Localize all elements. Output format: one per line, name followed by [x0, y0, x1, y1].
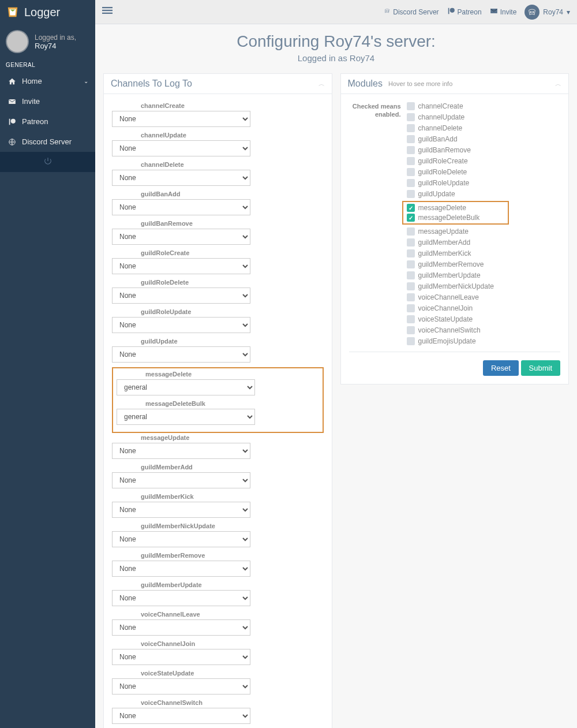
module-item-guildMemberNickUpdate[interactable]: guildMemberNickUpdate — [407, 282, 561, 290]
module-item-channelUpdate[interactable]: channelUpdate — [407, 113, 561, 121]
channel-select-guildMemberUpdate[interactable]: None — [112, 590, 250, 606]
channel-row-guildBanAdd: guildBanAddNone — [112, 191, 324, 215]
checkbox-icon[interactable] — [407, 249, 415, 257]
topbar-link-discord-server[interactable]: Discord Server — [384, 8, 439, 16]
checkbox-icon[interactable] — [407, 227, 415, 236]
checkbox-icon[interactable] — [407, 282, 415, 290]
sidebar-item-discord-server[interactable]: Discord Server — [0, 132, 95, 152]
channel-select-guildMemberNickUpdate[interactable]: None — [112, 531, 250, 547]
sidebar-item-invite[interactable]: Invite — [0, 91, 95, 111]
module-item-messageUpdate[interactable]: messageUpdate — [407, 227, 561, 236]
svg-rect-0 — [9, 99, 16, 103]
module-item-guildRoleCreate[interactable]: guildRoleCreate — [407, 157, 561, 165]
module-item-guildRoleUpdate[interactable]: guildRoleUpdate — [407, 179, 561, 187]
svg-rect-9 — [448, 8, 449, 14]
envelope-icon — [7, 98, 17, 106]
channel-label: guildRoleDelete — [112, 279, 324, 286]
channel-select-channelCreate[interactable]: None — [112, 111, 250, 127]
module-item-guildMemberRemove[interactable]: guildMemberRemove — [407, 260, 561, 268]
topbar-link-patreon[interactable]: Patreon — [447, 7, 482, 17]
channel-select-messageDelete[interactable]: general — [117, 379, 255, 395]
avatar — [6, 30, 29, 53]
channel-label: voiceChannelJoin — [112, 640, 324, 647]
module-label: voiceStateUpdate — [418, 315, 473, 323]
module-item-voiceStateUpdate[interactable]: voiceStateUpdate — [407, 315, 561, 323]
module-label: guildBanRemove — [418, 146, 471, 154]
main: Discord ServerPatreonInvite Roy74 ▾ Conf… — [95, 0, 577, 728]
module-item-guildMemberKick[interactable]: guildMemberKick — [407, 249, 561, 257]
checkbox-icon[interactable] — [407, 179, 415, 187]
sidebar-item-patreon[interactable]: Patreon — [0, 111, 95, 132]
checkbox-icon[interactable] — [407, 304, 415, 312]
channel-select-channelDelete[interactable]: None — [112, 170, 250, 186]
channel-select-guildRoleUpdate[interactable]: None — [112, 317, 250, 333]
checkbox-icon[interactable] — [407, 260, 415, 268]
checkbox-icon[interactable] — [407, 238, 415, 247]
channel-select-guildRoleDelete[interactable]: None — [112, 288, 250, 304]
modules-panel: Modules Hover to see more info ︿ Checked… — [340, 73, 569, 384]
module-item-guildUpdate[interactable]: guildUpdate — [407, 190, 561, 198]
module-item-channelCreate[interactable]: channelCreate — [407, 102, 561, 110]
checkbox-icon[interactable] — [407, 168, 415, 176]
channel-select-messageDeleteBulk[interactable]: general — [117, 409, 255, 425]
channel-select-guildBanRemove[interactable]: None — [112, 229, 250, 245]
channel-select-guildMemberRemove[interactable]: None — [112, 561, 250, 577]
channel-select-voiceChannelLeave[interactable]: None — [112, 619, 250, 636]
checkbox-icon[interactable] — [407, 293, 415, 301]
checkbox-icon[interactable] — [407, 146, 415, 154]
module-item-guildEmojisUpdate[interactable]: guildEmojisUpdate — [407, 337, 561, 345]
checkbox-icon[interactable] — [407, 124, 415, 132]
checkbox-icon[interactable] — [407, 214, 415, 222]
topbar-user[interactable]: Roy74 ▾ — [524, 5, 570, 20]
checkbox-icon[interactable] — [407, 337, 415, 345]
module-item-voiceChannelJoin[interactable]: voiceChannelJoin — [407, 304, 561, 312]
module-item-guildRoleDelete[interactable]: guildRoleDelete — [407, 168, 561, 176]
checkbox-icon[interactable] — [407, 113, 415, 121]
module-item-messageDeleteBulk[interactable]: messageDeleteBulk — [407, 214, 504, 222]
patreon-icon — [447, 7, 455, 17]
checkbox-icon[interactable] — [407, 190, 415, 198]
collapse-icon[interactable]: ︿ — [319, 80, 325, 88]
module-item-voiceChannelSwitch[interactable]: voiceChannelSwitch — [407, 326, 561, 334]
checkbox-icon[interactable] — [407, 135, 415, 143]
channel-label: voiceChannelSwitch — [112, 699, 324, 706]
collapse-icon[interactable]: ︿ — [555, 80, 561, 88]
module-item-channelDelete[interactable]: channelDelete — [407, 124, 561, 132]
channel-select-guildBanAdd[interactable]: None — [112, 199, 250, 215]
module-item-guildMemberAdd[interactable]: guildMemberAdd — [407, 238, 561, 247]
module-item-guildMemberUpdate[interactable]: guildMemberUpdate — [407, 271, 561, 279]
channel-select-voiceChannelJoin[interactable]: None — [112, 649, 250, 665]
channel-label: messageDelete — [117, 371, 319, 378]
channel-row-guildRoleUpdate: guildRoleUpdateNone — [112, 308, 324, 333]
channel-select-messageUpdate[interactable]: None — [112, 443, 250, 459]
checkbox-icon[interactable] — [407, 271, 415, 279]
channel-select-guildUpdate[interactable]: None — [112, 346, 250, 363]
checkbox-icon[interactable] — [407, 204, 415, 212]
sidebar-item-home[interactable]: Home⌄ — [0, 71, 95, 91]
channel-select-channelUpdate[interactable]: None — [112, 140, 250, 156]
power-icon[interactable] — [44, 157, 52, 167]
module-item-guildBanRemove[interactable]: guildBanRemove — [407, 146, 561, 154]
sidebar-menu: Home⌄InvitePatreonDiscord Server — [0, 71, 95, 152]
channel-select-voiceStateUpdate[interactable]: None — [112, 678, 250, 695]
checkbox-icon[interactable] — [407, 157, 415, 165]
checkbox-icon[interactable] — [407, 315, 415, 323]
channel-select-guildMemberAdd[interactable]: None — [112, 472, 250, 488]
topbar-link-invite[interactable]: Invite — [490, 7, 517, 17]
module-item-voiceChannelLeave[interactable]: voiceChannelLeave — [407, 293, 561, 301]
channel-row-messageDelete: messageDeletegeneral — [117, 371, 319, 395]
module-item-guildBanAdd[interactable]: guildBanAdd — [407, 135, 561, 143]
channel-select-guildMemberKick[interactable]: None — [112, 502, 250, 518]
module-label: guildRoleUpdate — [418, 179, 470, 187]
modules-submit-button[interactable]: Submit — [521, 360, 560, 376]
checkbox-icon[interactable] — [407, 102, 415, 110]
channel-label: guildBanAdd — [112, 191, 324, 197]
svg-rect-4 — [102, 7, 113, 8]
module-item-messageDelete[interactable]: messageDelete — [407, 204, 504, 212]
checkbox-icon[interactable] — [407, 326, 415, 334]
channel-label: messageDeleteBulk — [117, 400, 319, 407]
channel-select-voiceChannelSwitch[interactable]: None — [112, 708, 250, 724]
channel-select-guildRoleCreate[interactable]: None — [112, 258, 250, 274]
menu-toggle-icon[interactable] — [102, 5, 113, 18]
modules-reset-button[interactable]: Reset — [483, 360, 519, 376]
